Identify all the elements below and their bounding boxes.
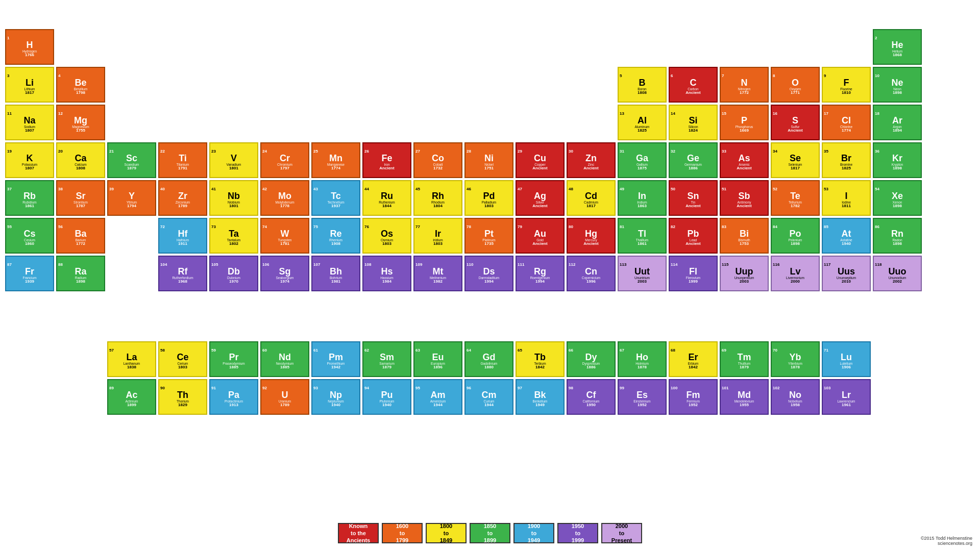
element-year: 1970 [229, 280, 238, 284]
element-symbol: Br [841, 154, 851, 163]
element-sn: 50 Sn Tin Ancient [669, 180, 718, 216]
element-number: 34 [772, 149, 777, 154]
element-year: 1952 [689, 403, 698, 408]
element-mt: 109 Mt Meitnerium 1982 [413, 256, 462, 291]
element-year: 1842 [689, 365, 698, 370]
element-number: 95 [414, 386, 420, 390]
element-number: 67 [619, 348, 624, 353]
element-number: 6 [670, 74, 673, 78]
element-number: 60 [261, 348, 267, 353]
element-number: 47 [517, 187, 522, 191]
element-year: 1810 [842, 91, 851, 95]
element-y: 39 Y Yttrium 1794 [107, 180, 156, 216]
element-bi: 83 Bi Bismuth 1753 [720, 218, 769, 254]
element-number: 38 [57, 187, 63, 191]
element-year: 1961 [842, 403, 851, 408]
element-db: 105 Db Dubnium 1970 [209, 256, 258, 291]
element-tm: 69 Tm Thullium 1879 [720, 341, 769, 377]
element-year: 1944 [433, 403, 443, 408]
element-year: 1942 [331, 365, 340, 370]
element-year: 1908 [331, 242, 340, 246]
element-pb: 82 Pb Lead Ancient [669, 218, 718, 254]
element-sr: 38 Sr Strontium 1787 [56, 180, 105, 216]
element-year: 1899 [127, 403, 136, 408]
element-symbol: Si [689, 116, 697, 125]
element-cl: 17 Cl Chlorine 1774 [822, 105, 871, 140]
element-number: 115 [721, 263, 728, 267]
element-number: 13 [619, 112, 624, 116]
element-mn: 25 Mn Manganese 1774 [311, 142, 360, 178]
element-lr: 103 Lr Lawrencium 1961 [822, 379, 871, 415]
element-symbol: Ba [75, 229, 86, 238]
element-la: 57 La Lanthanum 1838 [107, 341, 156, 377]
element-symbol: Se [790, 154, 801, 163]
element-year: 1751 [484, 166, 494, 171]
element-symbol: Ca [75, 154, 86, 163]
element-year: 1886 [586, 365, 596, 370]
element-symbol: Uus [838, 267, 855, 276]
element-symbol: Gd [483, 353, 496, 362]
element-symbol: Mn [329, 154, 342, 163]
element-year: 1824 [689, 129, 698, 133]
element-number: 118 [874, 263, 881, 267]
element-be: 4 Be Beryllium 1798 [56, 67, 105, 103]
element-number: 92 [261, 386, 267, 390]
element-symbol: Bi [740, 229, 749, 238]
element-bh: 107 Bh Bohrium 1981 [311, 256, 360, 291]
element-number: 86 [874, 225, 879, 229]
element-number: 74 [261, 225, 267, 229]
element-symbol: Co [432, 154, 444, 163]
element-symbol: Tl [638, 229, 646, 238]
element-year: 1844 [382, 204, 391, 209]
element-pa: 91 Pa Protactinium 1913 [209, 379, 258, 415]
element-year: 1771 [791, 91, 800, 95]
element-number: 4 [57, 74, 60, 78]
element-number: 39 [108, 187, 114, 191]
element-number: 9 [823, 74, 826, 78]
element-number: 25 [312, 149, 318, 154]
element-symbol: Sg [279, 267, 290, 276]
element-number: 98 [568, 386, 573, 390]
element-symbol: Hf [178, 229, 188, 238]
element-year: 1994 [535, 280, 545, 284]
legend-item: 1850 to 1899 [470, 523, 510, 543]
element-symbol: Ge [687, 154, 699, 163]
element-symbol: Y [129, 191, 135, 201]
element-year: 1898 [893, 242, 902, 246]
element-re: 75 Re Rhenium 1908 [311, 218, 360, 254]
element-number: 30 [568, 149, 573, 154]
element-symbol: K [27, 154, 33, 163]
element-md: 101 Md Mendelevium 1955 [720, 379, 769, 415]
element-year: Ancient [532, 242, 547, 246]
element-lv: 116 Lv Livermorium 2000 [771, 256, 820, 291]
element-cr: 24 Cr Chromium 1797 [260, 142, 309, 178]
element-rh: 45 Rh Rhodium 1804 [413, 180, 462, 216]
element-number: 113 [619, 263, 626, 267]
element-symbol: La [126, 353, 137, 362]
element-number: 44 [363, 187, 369, 191]
element-number: 51 [721, 187, 726, 191]
element-symbol: Pu [381, 390, 393, 399]
element-fe: 26 Fe Iron Ancient [362, 142, 411, 178]
element-year: 1994 [484, 280, 494, 284]
element-fl: 114 Fl Flerovium 1999 [669, 256, 718, 291]
element-year: 1753 [740, 242, 749, 246]
element-number: 22 [159, 149, 165, 154]
element-number: 28 [465, 149, 471, 154]
element-number: 32 [670, 149, 675, 154]
element-tc: 43 Tc Technetium 1937 [311, 180, 360, 216]
element-number: 65 [517, 348, 522, 353]
element-number: 46 [465, 187, 471, 191]
element-hg: 80 Hg Mercury Ancient [567, 218, 616, 254]
element-pt: 78 Pt Platinum 1735 [464, 218, 513, 254]
element-number: 73 [210, 225, 216, 229]
element-number: 48 [568, 187, 573, 191]
element-number: 31 [619, 149, 624, 154]
element-year: 1817 [25, 91, 34, 95]
element-mg: 12 Mg Magnesium 1755 [56, 105, 105, 140]
element-number: 76 [363, 225, 369, 229]
element-symbol: Au [534, 229, 546, 238]
element-year: 1879 [382, 365, 391, 370]
element-br: 35 Br Bromine 1825 [822, 142, 871, 178]
element-year: 1789 [178, 204, 187, 209]
